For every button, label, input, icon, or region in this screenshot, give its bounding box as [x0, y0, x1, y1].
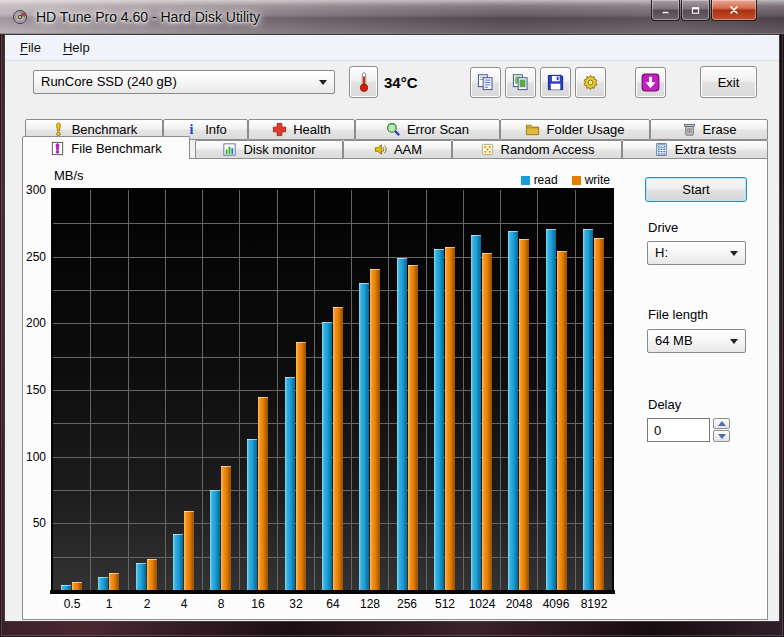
folder-usage-icon [525, 122, 540, 137]
svg-text:i: i [190, 122, 194, 137]
tab-extra-tests[interactable]: Extra tests [622, 140, 768, 158]
read-bar-8 [210, 490, 220, 590]
x-axis-labels: 0.512481632641282565121024204840968192 [53, 597, 612, 612]
write-bar-2048 [519, 239, 529, 590]
write-bar-8 [221, 466, 231, 590]
maximize-button[interactable] [681, 0, 710, 21]
window-titlebar[interactable]: HD Tune Pro 4.60 - Hard Disk Utility [0, 0, 784, 34]
tab-label: AAM [394, 142, 422, 157]
y-tick-label: 150 [16, 383, 46, 397]
tab-random-access[interactable]: Random Access [452, 140, 622, 158]
delay-label: Delay [648, 397, 681, 412]
start-button[interactable]: Start [645, 177, 747, 202]
random-access-icon [480, 142, 495, 157]
tab-label: Error Scan [407, 122, 469, 137]
download-icon [641, 73, 660, 92]
save-button[interactable] [540, 67, 571, 98]
x-tick-label: 4096 [537, 597, 575, 611]
x-tick-label: 32 [277, 597, 315, 611]
tab-erase[interactable]: Erase [650, 119, 768, 140]
tab-label: Extra tests [675, 142, 736, 157]
write-bar-128 [370, 269, 380, 590]
tab-label: Info [205, 122, 227, 137]
y-tick-label: 50 [16, 516, 46, 530]
close-icon [728, 4, 740, 16]
copy-image-button[interactable] [505, 67, 536, 98]
chart-baseline [50, 590, 615, 594]
write-bar-16 [258, 397, 268, 590]
aam-icon [373, 142, 388, 157]
file-benchmark-icon [50, 141, 65, 156]
delay-spin-down-button[interactable] [713, 430, 730, 442]
y-tick-label: 300 [16, 183, 46, 197]
delay-input[interactable]: 0 [647, 418, 710, 442]
tab-label: Folder Usage [546, 122, 624, 137]
thermometer-icon [353, 71, 375, 93]
minimize-icon [660, 5, 671, 16]
file-length-label: File length [648, 307, 708, 322]
y-tick-label: 200 [16, 316, 46, 330]
copy-image-icon [511, 73, 530, 92]
menu-bar: FileHelp [5, 35, 779, 61]
y-axis-labels: 50100150200250300 [16, 190, 48, 592]
tab-health[interactable]: Health [248, 119, 355, 140]
menu-item-help[interactable]: Help [52, 35, 101, 61]
save-icon [546, 73, 565, 92]
file-length-select[interactable]: 64 MB [647, 329, 746, 353]
temperature-button[interactable] [349, 66, 378, 98]
tab-label: Erase [703, 122, 737, 137]
window-title: HD Tune Pro 4.60 - Hard Disk Utility [36, 0, 260, 34]
write-bar-4 [184, 511, 194, 590]
legend-item-write: write [572, 173, 610, 187]
read-bar-4 [173, 534, 183, 590]
settings-button[interactable] [575, 67, 606, 98]
delay-value: 0 [654, 423, 661, 438]
drive-select[interactable]: H: [647, 241, 746, 265]
spin-down-icon [718, 434, 726, 443]
screen: HD Tune Pro 4.60 - Hard Disk Utility Fil… [0, 0, 784, 637]
write-bar-512 [445, 247, 455, 590]
tab-disk-monitor[interactable]: Disk monitor [195, 140, 343, 158]
dropdown-arrow-icon [730, 251, 738, 260]
x-tick-label: 0.5 [53, 597, 91, 611]
write-bar-8192 [594, 238, 604, 590]
read-bar-32 [285, 377, 295, 590]
x-tick-label: 256 [388, 597, 426, 611]
error-scan-icon [386, 122, 401, 137]
tab-label: Health [293, 122, 331, 137]
read-bar-16 [247, 439, 257, 590]
chart-plot [53, 190, 612, 590]
legend-swatch-write [572, 176, 581, 185]
copy-text-button[interactable] [470, 67, 501, 98]
read-bar-512 [434, 249, 444, 590]
x-tick-label: 512 [426, 597, 464, 611]
write-bar-2 [147, 559, 157, 590]
extra-tests-icon [654, 142, 669, 157]
device-select[interactable]: RunCore SSD (240 gB) [33, 70, 335, 94]
legend-swatch-read [521, 176, 530, 185]
delay-spin-up-button[interactable] [713, 418, 730, 429]
x-tick-label: 16 [239, 597, 277, 611]
drive-select-value: H: [655, 242, 668, 264]
tab-error-scan[interactable]: Error Scan [355, 119, 500, 140]
tab-folder-usage[interactable]: Folder Usage [500, 119, 650, 140]
read-bar-64 [322, 322, 332, 590]
exit-button[interactable]: Exit [700, 66, 757, 98]
read-bar-2048 [508, 231, 518, 590]
menu-item-file[interactable]: File [9, 35, 52, 61]
tab-file-benchmark[interactable]: File Benchmark [22, 136, 190, 159]
dropdown-arrow-icon [319, 80, 327, 89]
x-tick-label: 1 [90, 597, 128, 611]
x-tick-label: 8 [202, 597, 240, 611]
disk-monitor-icon [222, 142, 237, 157]
chart-legend: readwrite [410, 173, 610, 187]
x-tick-label: 128 [351, 597, 389, 611]
download-button[interactable] [635, 67, 666, 98]
tab-aam[interactable]: AAM [343, 140, 452, 158]
close-button[interactable] [711, 0, 757, 21]
minimize-button[interactable] [651, 0, 680, 21]
x-tick-label: 8192 [575, 597, 613, 611]
write-bar-1024 [482, 253, 492, 590]
legend-item-read: read [521, 173, 558, 187]
write-bar-1 [109, 573, 119, 590]
